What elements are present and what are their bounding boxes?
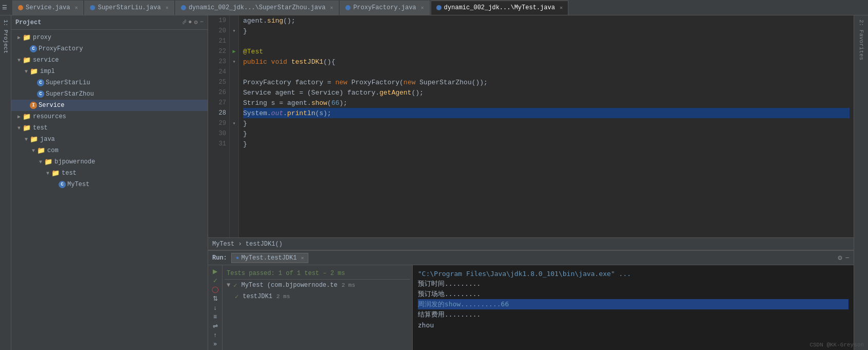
sort2-button[interactable]: ↓ (210, 304, 221, 312)
favorites-label[interactable]: 2: Favorites (858, 15, 864, 64)
tab-1[interactable]: SuperStarLiu.java✕ (84, 1, 174, 15)
tree-item-resources[interactable]: ▶📁resources (11, 111, 208, 122)
line-number: 28 (211, 108, 226, 118)
breadcrumb-text: MyTest › testJDK1() (212, 241, 283, 248)
minimize-icon[interactable]: − (845, 254, 849, 262)
tree-label: java (40, 136, 55, 143)
tab-label: dynamic_002_jdk...\MyTest.java (444, 4, 555, 11)
gutter-item[interactable]: ▾ (230, 26, 238, 36)
tree-arrow: ▶ (15, 34, 23, 41)
output-line: 预订时间......... (418, 279, 848, 289)
tree-icon-folder: 📁 (23, 33, 31, 42)
settings-icon[interactable]: ⚙ (838, 253, 842, 262)
tab-3[interactable]: ProxyFactory.java✕ (340, 1, 429, 15)
tree-item-proxyfactory[interactable]: CProxyFactory (11, 43, 208, 54)
stop-button[interactable]: ◯ (210, 285, 221, 293)
minus-icon[interactable]: − (200, 19, 204, 26)
align-button[interactable]: ≡ (210, 312, 221, 321)
run-side-toolbar: ▶ ✓ ◯ ⇅ ↓ ≡ ⇌ ↑ » (208, 265, 223, 350)
up-button[interactable]: ↑ (210, 331, 221, 339)
tree-label: impl (40, 68, 55, 75)
tree-item-superstarzhou[interactable]: CSuperStarZhou (11, 88, 208, 100)
gear-icon[interactable]: ⚙ (194, 19, 198, 26)
tree-item-test[interactable]: ▼📁test (11, 168, 208, 179)
tree-item-service[interactable]: ▼📁service (11, 54, 208, 66)
line-number: 20 (211, 26, 226, 36)
tree-icon-folder: 📁 (51, 169, 60, 177)
code-line (243, 36, 849, 46)
project-icon[interactable]: ☰ (2, 4, 7, 11)
code-editor[interactable]: 19202122232425262728293031 ▾▶▾▾ agent.si… (208, 15, 854, 237)
code-line: Service agent = (Service) factory.getAge… (243, 87, 849, 98)
tree-item-test[interactable]: ▼📁test (11, 122, 208, 134)
tree-icon-java-blue: C (37, 90, 44, 98)
test-item-time: 2 ms (276, 293, 290, 300)
project-sidebar-toggle[interactable]: 1: Project (2, 17, 10, 56)
tab-close-icon[interactable]: ✕ (560, 5, 563, 11)
tree-label: com (47, 147, 59, 154)
tab-close-icon[interactable]: ✕ (421, 5, 424, 11)
sort-button[interactable]: ⇅ (210, 294, 221, 303)
tree-arrow: ▼ (23, 69, 30, 75)
code-content[interactable]: agent.sing(); } @Test public void testJD… (239, 15, 854, 237)
run-output[interactable]: "C:\Program Files\Java\jdk1.8.0_101\bin\… (413, 265, 854, 350)
gutter-item[interactable]: ▾ (230, 57, 238, 67)
tree-item-service[interactable]: IService (11, 100, 208, 111)
rerun-check-button[interactable]: ✓ (210, 277, 221, 285)
line-number: 21 (211, 36, 226, 46)
test-check-icon: ✓ (235, 293, 238, 301)
tree-label: service (33, 57, 59, 64)
tree-item-java[interactable]: ▼📁java (11, 134, 208, 145)
gutter-item[interactable]: ▶ (230, 46, 238, 57)
test-item[interactable]: ▼✓MyTest (com.bjpowernode.te2 ms (225, 280, 410, 291)
tree-item-superstarliu[interactable]: CSuperStarLiu (11, 77, 208, 88)
tree-item-mytest[interactable]: CMyTest (11, 179, 208, 190)
gutter-item (230, 15, 238, 26)
line-number: 19 (211, 15, 226, 26)
gutter-item (230, 98, 238, 108)
run-panel: Run: ● MyTest.testJDK1 ✕ ⚙ − ▶ (208, 250, 854, 350)
tree-item-impl[interactable]: ▼📁impl (11, 66, 208, 77)
code-line: agent.sing(); (243, 15, 849, 26)
project-tree: ▶📁proxyCProxyFactory▼📁service▼📁implCSupe… (11, 30, 208, 350)
tree-icon-folder: 📁 (37, 146, 45, 155)
tree-label: Service (39, 102, 64, 109)
tab-close-icon[interactable]: ✕ (75, 5, 78, 11)
code-line: } (243, 139, 849, 149)
align2-button[interactable]: ⇌ (210, 322, 221, 330)
tree-arrow: ▼ (23, 137, 30, 142)
test-tree-content: ▼✓MyTest (com.bjpowernode.te2 ms✓testJDK… (225, 280, 410, 302)
run-tab-close[interactable]: ✕ (301, 255, 304, 261)
tree-arrow: ▼ (15, 125, 23, 131)
line-number: 23 (211, 57, 226, 67)
test-item[interactable]: ✓testJDK12 ms (225, 291, 410, 302)
tab-close-icon[interactable]: ✕ (165, 5, 169, 11)
code-line: public void testJDK1(){ (243, 57, 849, 67)
tree-arrow: ▼ (37, 159, 44, 165)
more-button[interactable]: » (210, 340, 221, 348)
gutter-item (230, 36, 238, 46)
locate-icon[interactable]: ☍ (182, 19, 186, 26)
gutter-item[interactable]: ▾ (230, 118, 238, 128)
tab-0[interactable]: Service.java✕ (12, 1, 83, 15)
tab-4[interactable]: dynamic_002_jdk...\MyTest.java✕ (431, 1, 568, 15)
gutter-item (230, 77, 238, 87)
line-number: 25 (211, 77, 226, 87)
tree-icon-folder: 📁 (44, 158, 52, 166)
code-line: ProxyFactory factory = new ProxyFactory(… (243, 77, 849, 87)
tree-icon-folder: 📁 (30, 135, 38, 143)
tab-close-icon[interactable]: ✕ (330, 5, 333, 11)
line-number: 31 (211, 139, 226, 149)
tab-2[interactable]: dynamic_002_jdk...\SuperStarZhou.java✕ (175, 1, 339, 15)
tree-icon-folder: 📁 (23, 56, 31, 64)
tree-item-com[interactable]: ▼📁com (11, 145, 208, 156)
tree-icon-java-orange: I (30, 102, 37, 109)
tree-label: SuperStarLiu (46, 79, 90, 86)
run-tab-mytest[interactable]: ● MyTest.testJDK1 ✕ (231, 253, 309, 263)
tree-item-bjpowernode[interactable]: ▼📁bjpowernode (11, 156, 208, 168)
tree-item-proxy[interactable]: ▶📁proxy (11, 32, 208, 43)
run-button[interactable]: ▶ (210, 267, 221, 275)
gutter-item (230, 67, 238, 77)
run-tab-label: MyTest.testJDK1 (241, 254, 297, 262)
collapse-icon[interactable]: ● (188, 19, 192, 26)
